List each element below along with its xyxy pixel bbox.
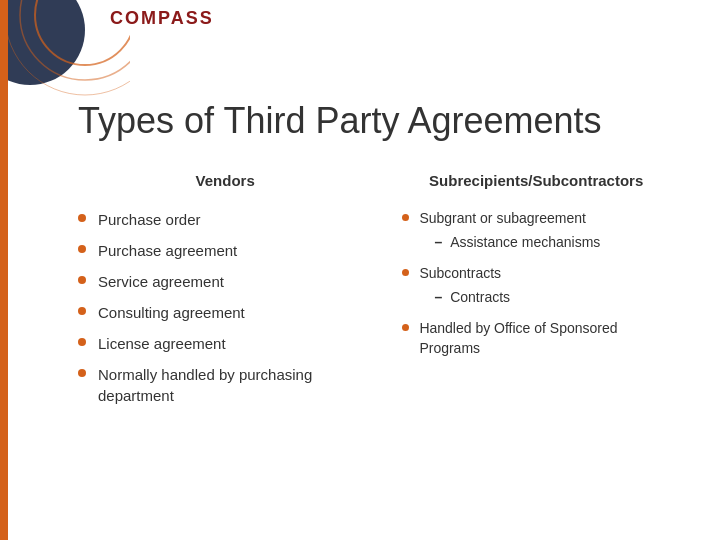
bullet-icon [78,369,86,377]
bullet-icon [78,214,86,222]
sub-item-content: Subgrant or subagreement – Assistance me… [419,209,670,256]
sub-item-label: Subcontracts [419,265,501,281]
vendor-item-text: Purchase order [98,209,201,230]
main-content: Types of Third Party Agreements Vendors … [8,80,720,540]
list-item: Consulting agreement [78,302,372,323]
sub-item-content: Handled by Office of Sponsored Programs [419,319,670,358]
bullet-icon [402,324,409,331]
list-item: Subcontracts – Contracts [402,264,670,311]
list-item: Service agreement [78,271,372,292]
list-item: Normally handled by purchasing departmen… [78,364,372,406]
orange-bar [0,0,8,540]
bullet-icon [402,214,409,221]
logo-area: COMPASS [110,8,214,29]
vendors-column: Vendors Purchase order Purchase agreemen… [78,172,372,416]
subrecipients-header: Subrecipients/Subcontractors [402,172,670,189]
sub-item-label: Handled by Office of Sponsored Programs [419,320,617,356]
sub-sub-item: – Assistance mechanisms [434,233,670,253]
sub-item-label: Subgrant or subagreement [419,210,586,226]
sub-list: Subgrant or subagreement – Assistance me… [402,209,670,359]
subrecipients-column: Subrecipients/Subcontractors Subgrant or… [402,172,670,367]
vendor-list: Purchase order Purchase agreement Servic… [78,209,372,406]
bullet-icon [78,307,86,315]
bullet-icon [402,269,409,276]
sub-sub-item: – Contracts [434,288,670,308]
vendors-header: Vendors [78,172,372,189]
list-item: Purchase order [78,209,372,230]
sub-sub-label: Assistance mechanisms [450,233,600,253]
columns-container: Vendors Purchase order Purchase agreemen… [78,172,670,416]
list-item: Handled by Office of Sponsored Programs [402,319,670,358]
vendor-item-text: Purchase agreement [98,240,237,261]
list-item: License agreement [78,333,372,354]
vendor-item-text: Consulting agreement [98,302,245,323]
logo-text: COMPASS [110,8,214,28]
list-item: Subgrant or subagreement – Assistance me… [402,209,670,256]
page-title: Types of Third Party Agreements [78,100,670,142]
bullet-icon [78,245,86,253]
sub-item-content: Subcontracts – Contracts [419,264,670,311]
list-item: Purchase agreement [78,240,372,261]
bullet-icon [78,276,86,284]
sub-sub-label: Contracts [450,288,510,308]
bullet-icon [78,338,86,346]
vendor-item-text: Normally handled by purchasing departmen… [98,364,372,406]
vendor-item-text: Service agreement [98,271,224,292]
vendor-item-text: License agreement [98,333,226,354]
